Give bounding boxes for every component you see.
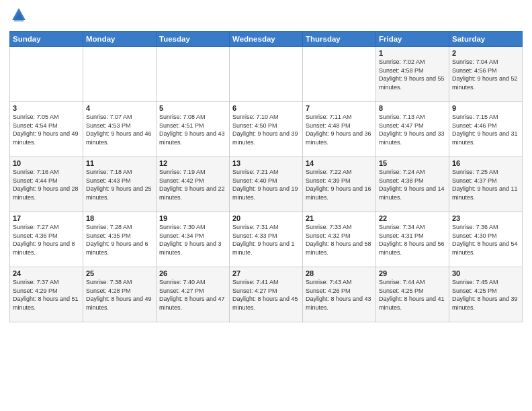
day-number: 4 xyxy=(86,104,153,112)
logo xyxy=(9,7,31,26)
day-cell: 14Sunrise: 7:22 AM Sunset: 4:39 PM Dayli… xyxy=(303,157,376,212)
day-number: 22 xyxy=(379,214,446,222)
day-info: Sunrise: 7:30 AM Sunset: 4:34 PM Dayligh… xyxy=(159,223,226,257)
day-number: 3 xyxy=(13,104,80,112)
day-info: Sunrise: 7:25 AM Sunset: 4:37 PM Dayligh… xyxy=(452,168,519,201)
day-number: 30 xyxy=(452,269,519,277)
day-cell: 17Sunrise: 7:27 AM Sunset: 4:36 PM Dayli… xyxy=(10,212,83,267)
day-number: 15 xyxy=(379,159,446,167)
day-cell: 30Sunrise: 7:45 AM Sunset: 4:25 PM Dayli… xyxy=(449,267,523,322)
day-cell: 6Sunrise: 7:10 AM Sunset: 4:50 PM Daylig… xyxy=(230,102,303,157)
weekday-thursday: Thursday xyxy=(303,32,376,47)
day-info: Sunrise: 7:11 AM Sunset: 4:48 PM Dayligh… xyxy=(306,113,373,146)
day-info: Sunrise: 7:45 AM Sunset: 4:25 PM Dayligh… xyxy=(452,278,519,312)
day-number: 16 xyxy=(452,159,519,167)
day-info: Sunrise: 7:24 AM Sunset: 4:38 PM Dayligh… xyxy=(379,168,446,201)
day-cell: 8Sunrise: 7:13 AM Sunset: 4:47 PM Daylig… xyxy=(376,102,449,157)
day-info: Sunrise: 7:36 AM Sunset: 4:30 PM Dayligh… xyxy=(452,223,519,257)
weekday-tuesday: Tuesday xyxy=(157,32,230,47)
day-cell: 15Sunrise: 7:24 AM Sunset: 4:38 PM Dayli… xyxy=(376,157,449,212)
week-row-4: 17Sunrise: 7:27 AM Sunset: 4:36 PM Dayli… xyxy=(10,212,523,267)
day-number: 24 xyxy=(13,269,80,277)
page: SundayMondayTuesdayWednesdayThursdayFrid… xyxy=(0,0,532,411)
day-cell: 25Sunrise: 7:38 AM Sunset: 4:28 PM Dayli… xyxy=(83,267,157,322)
day-info: Sunrise: 7:40 AM Sunset: 4:27 PM Dayligh… xyxy=(159,278,226,312)
day-info: Sunrise: 7:31 AM Sunset: 4:33 PM Dayligh… xyxy=(232,223,300,257)
header xyxy=(9,7,523,26)
day-cell xyxy=(83,47,157,102)
day-cell: 21Sunrise: 7:33 AM Sunset: 4:32 PM Dayli… xyxy=(303,212,376,267)
day-info: Sunrise: 7:13 AM Sunset: 4:47 PM Dayligh… xyxy=(379,113,446,146)
day-info: Sunrise: 7:04 AM Sunset: 4:56 PM Dayligh… xyxy=(452,58,519,91)
day-cell xyxy=(303,47,376,102)
day-info: Sunrise: 7:21 AM Sunset: 4:40 PM Dayligh… xyxy=(232,168,300,201)
day-number: 21 xyxy=(306,214,373,222)
weekday-header-row: SundayMondayTuesdayWednesdayThursdayFrid… xyxy=(10,32,523,47)
day-number: 2 xyxy=(452,49,519,57)
day-cell: 26Sunrise: 7:40 AM Sunset: 4:27 PM Dayli… xyxy=(157,267,230,322)
day-number: 23 xyxy=(452,214,519,222)
day-info: Sunrise: 7:08 AM Sunset: 4:51 PM Dayligh… xyxy=(159,113,226,146)
day-cell: 12Sunrise: 7:19 AM Sunset: 4:42 PM Dayli… xyxy=(157,157,230,212)
day-cell: 22Sunrise: 7:34 AM Sunset: 4:31 PM Dayli… xyxy=(376,212,449,267)
day-cell: 13Sunrise: 7:21 AM Sunset: 4:40 PM Dayli… xyxy=(230,157,303,212)
day-info: Sunrise: 7:38 AM Sunset: 4:28 PM Dayligh… xyxy=(86,278,153,312)
day-cell: 2Sunrise: 7:04 AM Sunset: 4:56 PM Daylig… xyxy=(449,47,523,102)
day-info: Sunrise: 7:05 AM Sunset: 4:54 PM Dayligh… xyxy=(13,113,80,146)
day-number: 6 xyxy=(232,104,300,112)
day-info: Sunrise: 7:33 AM Sunset: 4:32 PM Dayligh… xyxy=(306,223,373,257)
day-cell: 3Sunrise: 7:05 AM Sunset: 4:54 PM Daylig… xyxy=(10,102,83,157)
day-cell: 18Sunrise: 7:28 AM Sunset: 4:35 PM Dayli… xyxy=(83,212,157,267)
day-cell: 23Sunrise: 7:36 AM Sunset: 4:30 PM Dayli… xyxy=(449,212,523,267)
day-info: Sunrise: 7:34 AM Sunset: 4:31 PM Dayligh… xyxy=(379,223,446,257)
day-number: 10 xyxy=(13,159,80,167)
day-number: 20 xyxy=(232,214,300,222)
day-number: 12 xyxy=(159,159,226,167)
weekday-monday: Monday xyxy=(83,32,157,47)
day-number: 7 xyxy=(306,104,373,112)
day-info: Sunrise: 7:10 AM Sunset: 4:50 PM Dayligh… xyxy=(232,113,300,146)
day-number: 26 xyxy=(159,269,226,277)
day-cell: 19Sunrise: 7:30 AM Sunset: 4:34 PM Dayli… xyxy=(157,212,230,267)
day-cell: 29Sunrise: 7:44 AM Sunset: 4:25 PM Dayli… xyxy=(376,267,449,322)
day-number: 5 xyxy=(159,104,226,112)
day-number: 18 xyxy=(86,214,153,222)
day-cell xyxy=(10,47,83,102)
day-cell: 5Sunrise: 7:08 AM Sunset: 4:51 PM Daylig… xyxy=(157,102,230,157)
day-info: Sunrise: 7:28 AM Sunset: 4:35 PM Dayligh… xyxy=(86,223,153,257)
day-info: Sunrise: 7:27 AM Sunset: 4:36 PM Dayligh… xyxy=(13,223,80,257)
week-row-5: 24Sunrise: 7:37 AM Sunset: 4:29 PM Dayli… xyxy=(10,267,523,322)
day-info: Sunrise: 7:37 AM Sunset: 4:29 PM Dayligh… xyxy=(13,278,80,312)
day-info: Sunrise: 7:16 AM Sunset: 4:44 PM Dayligh… xyxy=(13,168,80,201)
day-info: Sunrise: 7:02 AM Sunset: 4:58 PM Dayligh… xyxy=(379,58,446,91)
day-number: 17 xyxy=(13,214,80,222)
day-cell: 7Sunrise: 7:11 AM Sunset: 4:48 PM Daylig… xyxy=(303,102,376,157)
day-cell: 28Sunrise: 7:43 AM Sunset: 4:26 PM Dayli… xyxy=(303,267,376,322)
day-info: Sunrise: 7:41 AM Sunset: 4:27 PM Dayligh… xyxy=(232,278,300,312)
day-number: 25 xyxy=(86,269,153,277)
day-cell: 11Sunrise: 7:18 AM Sunset: 4:43 PM Dayli… xyxy=(83,157,157,212)
weekday-saturday: Saturday xyxy=(449,32,523,47)
day-cell: 1Sunrise: 7:02 AM Sunset: 4:58 PM Daylig… xyxy=(376,47,449,102)
day-number: 14 xyxy=(306,159,373,167)
day-number: 8 xyxy=(379,104,446,112)
week-row-1: 1Sunrise: 7:02 AM Sunset: 4:58 PM Daylig… xyxy=(10,47,523,102)
day-cell xyxy=(230,47,303,102)
day-number: 11 xyxy=(86,159,153,167)
day-cell: 24Sunrise: 7:37 AM Sunset: 4:29 PM Dayli… xyxy=(10,267,83,322)
day-info: Sunrise: 7:44 AM Sunset: 4:25 PM Dayligh… xyxy=(379,278,446,312)
weekday-friday: Friday xyxy=(376,32,449,47)
day-info: Sunrise: 7:18 AM Sunset: 4:43 PM Dayligh… xyxy=(86,168,153,201)
day-info: Sunrise: 7:43 AM Sunset: 4:26 PM Dayligh… xyxy=(306,278,373,312)
day-cell: 4Sunrise: 7:07 AM Sunset: 4:53 PM Daylig… xyxy=(83,102,157,157)
day-info: Sunrise: 7:07 AM Sunset: 4:53 PM Dayligh… xyxy=(86,113,153,146)
weekday-sunday: Sunday xyxy=(10,32,83,47)
day-number: 28 xyxy=(306,269,373,277)
logo-icon xyxy=(9,7,28,26)
day-info: Sunrise: 7:22 AM Sunset: 4:39 PM Dayligh… xyxy=(306,168,373,201)
day-info: Sunrise: 7:19 AM Sunset: 4:42 PM Dayligh… xyxy=(159,168,226,201)
day-number: 1 xyxy=(379,49,446,57)
day-info: Sunrise: 7:15 AM Sunset: 4:46 PM Dayligh… xyxy=(452,113,519,146)
day-number: 19 xyxy=(159,214,226,222)
day-number: 9 xyxy=(452,104,519,112)
